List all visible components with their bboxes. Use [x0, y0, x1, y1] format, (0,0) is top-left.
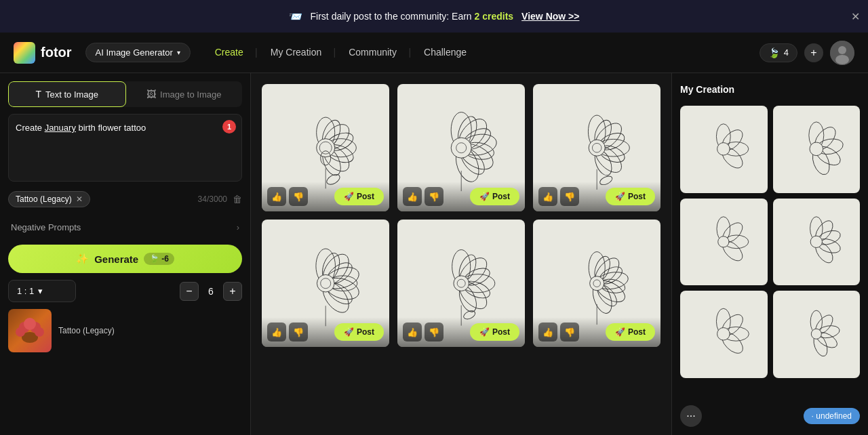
view-now-link[interactable]: View Now >>	[521, 11, 579, 22]
mini-grid	[680, 106, 860, 378]
image-card: 👍 👎 🚀 Post	[397, 84, 525, 211]
vote-buttons: 👍 👎	[403, 187, 443, 206]
credits-highlight: 2 credits	[475, 11, 514, 22]
post-button[interactable]: 🚀 Post	[470, 323, 519, 341]
generate-label: Generate	[94, 253, 138, 265]
leaf-icon: 🍃	[768, 47, 780, 58]
mini-card-img	[680, 199, 768, 286]
user-avatar[interactable]	[830, 41, 854, 65]
header-right: 🍃 4 +	[760, 41, 854, 65]
image-icon: 🖼	[146, 89, 156, 100]
leaf-small-icon: 🍃	[149, 254, 159, 264]
char-count: 34/3000 🗑	[198, 194, 242, 205]
quantity-decrease-button[interactable]: −	[180, 282, 199, 301]
center-area: 👍 👎 🚀 Post	[251, 73, 671, 435]
clear-prompt-button[interactable]: 🗑	[233, 194, 242, 205]
generate-credits-cost: 🍃 -6	[144, 253, 174, 265]
vote-buttons: 👍 👎	[267, 187, 308, 206]
post-button[interactable]: 🚀 Post	[470, 188, 519, 205]
image-card: 👍 👎 🚀 Post	[533, 220, 660, 347]
top-banner: 📨 First daily post to the community: Ear…	[0, 0, 868, 33]
nav-challenge[interactable]: Challenge	[410, 33, 480, 73]
post-button[interactable]: 🚀 Post	[334, 188, 384, 205]
image-card: 👍 👎 🚀 Post	[262, 220, 389, 347]
post-icon: 🚀	[344, 327, 354, 337]
post-icon: 🚀	[479, 192, 490, 201]
right-panel-title: My Creation	[680, 81, 860, 100]
quantity-increase-button[interactable]: +	[223, 282, 242, 301]
svg-point-108	[717, 328, 730, 341]
style-preview: Tattoo (Legacy)	[8, 309, 242, 352]
mini-card	[773, 199, 861, 286]
tag-remove-button[interactable]: ✕	[76, 194, 83, 204]
post-button[interactable]: 🚀 Post	[606, 188, 655, 205]
svg-point-86	[717, 143, 730, 156]
ratio-row: 1 : 1 ▾ − 6 +	[8, 280, 242, 302]
ai-generator-dropdown[interactable]: AI Image Generator ▾	[85, 43, 191, 62]
downvote-button[interactable]: 👎	[289, 187, 308, 206]
ratio-select[interactable]: 1 : 1 ▾	[8, 280, 76, 302]
vote-buttons: 👍 👎	[403, 323, 443, 341]
upvote-button[interactable]: 👍	[267, 187, 286, 206]
post-button[interactable]: 🚀 Post	[334, 323, 384, 341]
svg-point-2	[835, 55, 849, 64]
nav-community[interactable]: Community	[335, 33, 410, 73]
banner-text: First daily post to the community: Earn …	[311, 11, 514, 22]
svg-point-8	[35, 327, 44, 337]
prompt-area[interactable]: Create January birth flower tattoo 1	[8, 114, 242, 182]
nav-my-creation[interactable]: My Creation	[257, 33, 335, 73]
vote-buttons: 👍 👎	[267, 323, 308, 341]
mini-card-img	[773, 291, 861, 378]
tab-image-to-image[interactable]: 🖼 Image to Image	[126, 81, 243, 107]
card-overlay: 👍 👎 🚀 Post	[533, 317, 660, 347]
svg-point-7	[16, 327, 25, 337]
tab-text-to-image[interactable]: T Text to Image	[8, 81, 126, 107]
svg-point-97	[718, 236, 729, 247]
post-icon: 🚀	[344, 192, 354, 201]
card-overlay: 👍 👎 🚀 Post	[397, 317, 525, 347]
style-thumb-image	[8, 309, 52, 352]
downvote-button[interactable]: 👎	[425, 187, 443, 206]
undefined-badge: · undefined	[804, 408, 860, 424]
upvote-button[interactable]: 👍	[403, 187, 422, 206]
image-grid: 👍 👎 🚀 Post	[262, 84, 660, 347]
post-button[interactable]: 🚀 Post	[606, 323, 655, 341]
svg-point-92	[810, 142, 823, 156]
prompt-underline: January	[45, 123, 76, 133]
negative-prompts-row[interactable]: Negative Prompts ›	[8, 217, 242, 238]
vote-buttons: 👍 👎	[538, 187, 579, 206]
upvote-button[interactable]: 👍	[403, 323, 422, 341]
downvote-button[interactable]: 👎	[560, 323, 579, 341]
logo-text: fotor	[41, 45, 72, 60]
logo-icon	[14, 42, 35, 64]
add-credits-button[interactable]: +	[804, 43, 823, 62]
prompt-badge: 1	[222, 120, 236, 133]
nav-create[interactable]: Create	[201, 33, 257, 73]
downvote-button[interactable]: 👎	[560, 187, 579, 206]
downvote-button[interactable]: 👎	[289, 323, 308, 341]
downvote-button[interactable]: 👎	[425, 323, 443, 341]
svg-point-6	[24, 318, 36, 330]
chevron-right-icon: ›	[237, 222, 239, 232]
tag-row: Tattoo (Legacy) ✕ 34/3000 🗑	[8, 188, 242, 210]
more-icon: ···	[686, 410, 695, 422]
card-overlay: 👍 👎 🚀 Post	[397, 182, 525, 211]
svg-point-1	[838, 46, 846, 54]
mini-card	[680, 199, 768, 286]
upvote-button[interactable]: 👍	[267, 323, 286, 341]
upvote-button[interactable]: 👍	[538, 187, 557, 206]
style-label: Tattoo (Legacy)	[58, 326, 115, 335]
mini-card	[773, 291, 861, 378]
banner-close-button[interactable]: ✕	[851, 10, 860, 23]
right-panel: My Creation	[671, 73, 868, 435]
logo-area: fotor	[14, 42, 72, 64]
upvote-button[interactable]: 👍	[538, 323, 557, 341]
more-options-button[interactable]: ···	[680, 405, 702, 427]
ratio-label: 1 : 1	[17, 286, 34, 296]
tag-label: Tattoo (Legacy)	[16, 194, 72, 204]
generate-button[interactable]: ✨ Generate 🍃 -6	[8, 245, 242, 273]
svg-point-55	[317, 274, 334, 292]
text-icon: T	[35, 89, 41, 100]
image-card: 👍 👎 🚀 Post	[533, 84, 660, 211]
credits-badge: 🍃 4	[760, 43, 797, 62]
